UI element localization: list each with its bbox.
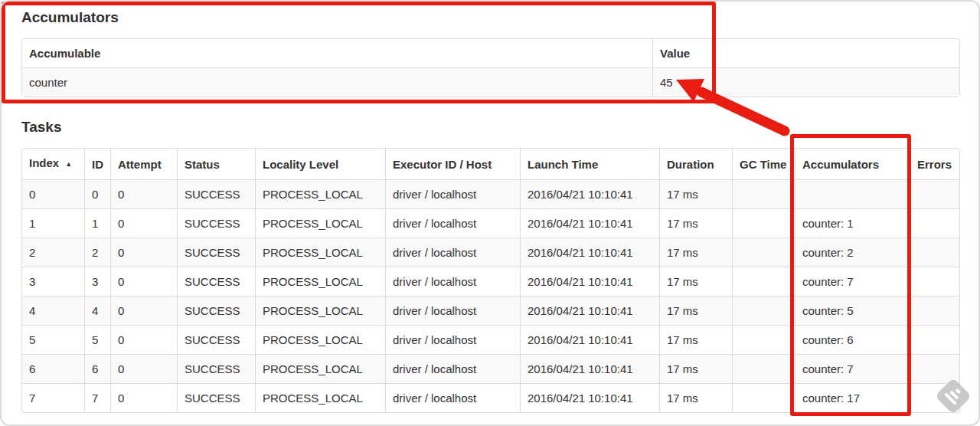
accumulable-name-cell: counter: [22, 67, 652, 97]
task-gc-time-cell: [732, 354, 795, 383]
task-index-cell: 1: [22, 208, 84, 238]
task-attempt-cell: 0: [110, 238, 177, 267]
task-launch-time-cell: 2016/04/21 10:10:41: [520, 354, 659, 383]
task-accumulators-cell: counter: 5: [795, 296, 910, 325]
attempt-column-header[interactable]: Attempt: [110, 149, 177, 179]
task-row: 1 1 0 SUCCESS PROCESS_LOCAL driver / loc…: [22, 208, 959, 238]
task-id-cell: 4: [84, 296, 110, 325]
task-duration-cell: 17 ms: [659, 354, 732, 383]
gc-time-column-header[interactable]: GC Time: [732, 149, 795, 179]
task-locality-cell: PROCESS_LOCAL: [255, 267, 385, 296]
task-id-cell: 2: [84, 238, 110, 267]
task-errors-cell: [910, 325, 959, 354]
locality-level-column-header[interactable]: Locality Level: [255, 149, 385, 179]
task-row: 0 0 0 SUCCESS PROCESS_LOCAL driver / loc…: [22, 179, 959, 208]
task-launch-time-cell: 2016/04/21 10:10:41: [520, 208, 659, 238]
task-executor-cell: driver / localhost: [385, 354, 520, 383]
task-executor-cell: driver / localhost: [385, 208, 520, 238]
task-executor-cell: driver / localhost: [385, 238, 520, 267]
task-gc-time-cell: [732, 325, 795, 354]
task-gc-time-cell: [732, 296, 795, 325]
task-status-cell: SUCCESS: [177, 296, 255, 325]
task-id-cell: 7: [84, 383, 110, 412]
tasks-table: Index▲ ID Attempt Status Locality Level …: [21, 148, 960, 413]
task-attempt-cell: 0: [110, 296, 177, 325]
task-launch-time-cell: 2016/04/21 10:10:41: [520, 383, 659, 412]
task-duration-cell: 17 ms: [659, 296, 732, 325]
task-launch-time-cell: 2016/04/21 10:10:41: [520, 267, 659, 296]
task-row: 6 6 0 SUCCESS PROCESS_LOCAL driver / loc…: [22, 354, 959, 383]
task-accumulators-cell: counter: 7: [795, 267, 910, 296]
task-launch-time-cell: 2016/04/21 10:10:41: [520, 325, 659, 354]
task-errors-cell: [910, 296, 959, 325]
task-executor-cell: driver / localhost: [385, 325, 520, 354]
task-id-cell: 1: [84, 208, 110, 238]
errors-column-header[interactable]: Errors: [910, 149, 959, 179]
task-row: 2 2 0 SUCCESS PROCESS_LOCAL driver / loc…: [22, 238, 959, 267]
task-launch-time-cell: 2016/04/21 10:10:41: [520, 179, 659, 208]
watermark-logo-icon: [936, 378, 971, 414]
status-column-header[interactable]: Status: [177, 149, 255, 179]
task-locality-cell: PROCESS_LOCAL: [255, 354, 385, 383]
task-index-cell: 0: [22, 179, 84, 208]
tasks-header-row: Index▲ ID Attempt Status Locality Level …: [22, 149, 959, 179]
value-column-header: Value: [652, 39, 959, 67]
task-attempt-cell: 0: [110, 325, 177, 354]
task-status-cell: SUCCESS: [177, 383, 255, 412]
task-duration-cell: 17 ms: [659, 238, 732, 267]
task-executor-cell: driver / localhost: [385, 296, 520, 325]
task-index-cell: 3: [22, 267, 84, 296]
task-id-cell: 6: [84, 354, 110, 383]
task-duration-cell: 17 ms: [659, 267, 732, 296]
task-attempt-cell: 0: [110, 383, 177, 412]
task-errors-cell: [910, 267, 959, 296]
task-id-cell: 0: [84, 179, 110, 208]
task-locality-cell: PROCESS_LOCAL: [255, 325, 385, 354]
watermark-diamond: [935, 378, 972, 415]
task-status-cell: SUCCESS: [177, 208, 255, 238]
task-row: 3 3 0 SUCCESS PROCESS_LOCAL driver / loc…: [22, 267, 959, 296]
task-gc-time-cell: [732, 208, 795, 238]
task-executor-cell: driver / localhost: [385, 267, 520, 296]
task-errors-cell: [910, 238, 959, 267]
index-column-header[interactable]: Index▲: [22, 149, 84, 179]
task-attempt-cell: 0: [110, 354, 177, 383]
task-duration-cell: 17 ms: [659, 208, 732, 238]
task-attempt-cell: 0: [110, 267, 177, 296]
executor-id-host-column-header[interactable]: Executor ID / Host: [385, 149, 520, 179]
task-launch-time-cell: 2016/04/21 10:10:41: [520, 238, 659, 267]
task-index-cell: 4: [22, 296, 84, 325]
accumulator-row: counter 45: [22, 67, 959, 97]
task-locality-cell: PROCESS_LOCAL: [255, 383, 385, 412]
task-duration-cell: 17 ms: [659, 383, 732, 412]
task-index-cell: 2: [22, 238, 84, 267]
task-accumulators-cell: [795, 179, 910, 208]
accumulable-column-header: Accumulable: [22, 39, 652, 67]
task-accumulators-cell: counter: 17: [795, 383, 910, 412]
task-attempt-cell: 0: [110, 208, 177, 238]
task-locality-cell: PROCESS_LOCAL: [255, 238, 385, 267]
id-column-header[interactable]: ID: [84, 149, 110, 179]
task-accumulators-cell: counter: 6: [795, 325, 910, 354]
accumulators-section-title: Accumulators: [21, 9, 959, 26]
task-executor-cell: driver / localhost: [385, 179, 520, 208]
accumulable-value-cell: 45: [652, 67, 959, 97]
task-index-cell: 6: [22, 354, 84, 383]
task-accumulators-cell: counter: 7: [795, 354, 910, 383]
accumulators-header-row: Accumulable Value: [22, 39, 959, 67]
task-errors-cell: [910, 208, 959, 238]
accumulators-column-header[interactable]: Accumulators: [795, 149, 910, 179]
sort-asc-icon: ▲: [65, 160, 72, 168]
task-gc-time-cell: [732, 238, 795, 267]
task-gc-time-cell: [732, 179, 795, 208]
task-id-cell: 3: [84, 267, 110, 296]
duration-column-header[interactable]: Duration: [659, 149, 732, 179]
task-row: 4 4 0 SUCCESS PROCESS_LOCAL driver / loc…: [22, 296, 959, 325]
task-gc-time-cell: [732, 383, 795, 412]
task-index-cell: 5: [22, 325, 84, 354]
task-index-cell: 7: [22, 383, 84, 412]
task-launch-time-cell: 2016/04/21 10:10:41: [520, 296, 659, 325]
task-row: 5 5 0 SUCCESS PROCESS_LOCAL driver / loc…: [22, 325, 959, 354]
task-row: 7 7 0 SUCCESS PROCESS_LOCAL driver / loc…: [22, 383, 959, 412]
launch-time-column-header[interactable]: Launch Time: [520, 149, 659, 179]
